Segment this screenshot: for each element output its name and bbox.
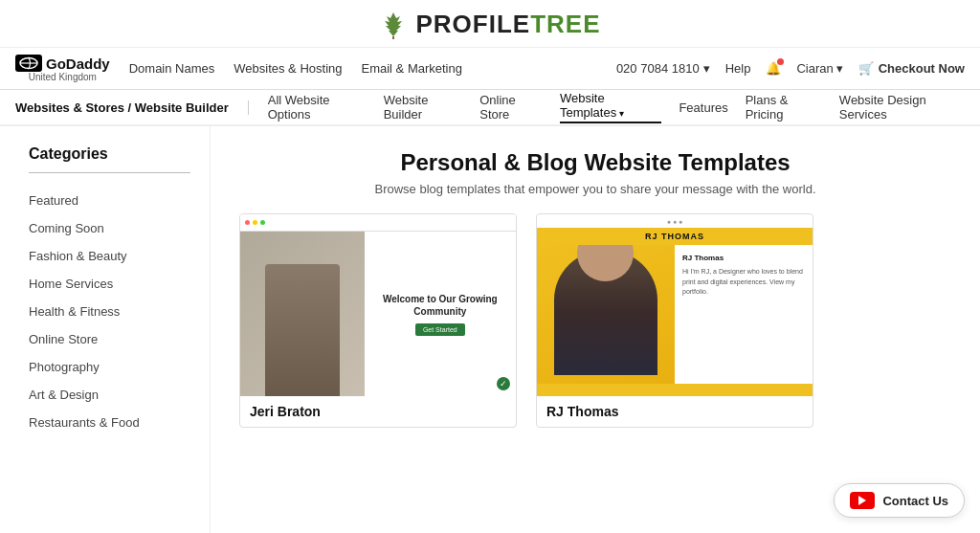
notifications-icon[interactable]: 🔔: [766, 61, 781, 76]
window-dot-red: [245, 220, 250, 225]
sidebar-item-online-store[interactable]: Online Store: [29, 325, 190, 353]
card2-bio: RJ Thomas Hi I'm RJ, a Designer who love…: [675, 245, 813, 384]
card2-person-area: RJ Thomas Hi I'm RJ, a Designer who love…: [537, 245, 813, 384]
main-layout: Categories Featured Coming Soon Fashion …: [0, 126, 980, 533]
cart-icon: 🛒: [858, 61, 874, 76]
sidebar-divider: [29, 172, 190, 173]
nav-websites-hosting[interactable]: Websites & Hosting: [234, 61, 342, 76]
subnav-website-design[interactable]: Website Design Services: [839, 93, 965, 122]
template-name-rj: RJ Thomas: [537, 396, 813, 427]
notification-dot: [777, 58, 784, 65]
user-menu[interactable]: Ciaran ▾: [796, 61, 842, 76]
rj-head: [577, 245, 634, 281]
category-list: Featured Coming Soon Fashion & Beauty Ho…: [29, 187, 190, 436]
main-content: Personal & Blog Website Templates Browse…: [211, 126, 980, 533]
chevron-down-icon: ▾: [703, 61, 710, 76]
subnav-website-builder[interactable]: Website Builder: [384, 93, 463, 122]
sidebar-item-fashion-beauty[interactable]: Fashion & Beauty: [29, 242, 190, 270]
checkout-button[interactable]: 🛒 Checkout Now: [858, 61, 965, 76]
card1-photo-area: [240, 232, 365, 396]
user-chevron-icon: ▾: [836, 61, 843, 76]
site-logo: PROFILETREE: [415, 10, 600, 39]
nav-links: Domain Names Websites & Hosting Email & …: [129, 61, 616, 76]
card1-text-area: Welcome to Our Growing Community Get Sta…: [365, 232, 516, 396]
sidebar-item-health-fitness[interactable]: Health & Fitness: [29, 298, 190, 325]
sidebar-item-art-design[interactable]: Art & Design: [29, 381, 190, 409]
subnav-features[interactable]: Features: [679, 100, 727, 115]
godaddy-logo[interactable]: GoDaddy United Kingdom: [15, 55, 110, 82]
help-link[interactable]: Help: [725, 61, 751, 76]
sub-nav: Websites & Stores / Website Builder All …: [0, 90, 980, 126]
phone-number[interactable]: 020 7084 1810 ▾: [616, 61, 710, 76]
contact-us-label: Contact Us: [882, 494, 948, 508]
templates-grid: Welcome to Our Growing Community Get Sta…: [239, 213, 951, 428]
content-header: Personal & Blog Website Templates Browse…: [239, 149, 951, 196]
sub-nav-links: All Website Options Website Builder Onli…: [268, 91, 965, 123]
page-subtitle: Browse blog templates that empower you t…: [239, 182, 951, 196]
subnav-online-store[interactable]: Online Store: [479, 93, 543, 122]
card1-welcome-text: Welcome to Our Growing Community: [374, 293, 506, 318]
youtube-icon: [850, 492, 875, 509]
rj-silhouette: [554, 250, 657, 375]
card1-cta-button: Get Started: [415, 323, 465, 336]
nav-email-marketing[interactable]: Email & Marketing: [361, 61, 461, 76]
sidebar-item-featured[interactable]: Featured: [29, 187, 190, 214]
card2-browser-bar: ● ● ●: [537, 214, 813, 228]
contact-us-button[interactable]: Contact Us: [834, 483, 965, 518]
subnav-website-templates[interactable]: Website Templates: [560, 91, 661, 123]
godaddy-region: United Kingdom: [29, 72, 97, 82]
card2-name-text: RJ Thomas: [645, 232, 704, 241]
window-dot-yellow: [253, 220, 257, 225]
godaddy-icon: [15, 55, 42, 72]
subnav-all-options[interactable]: All Website Options: [268, 93, 367, 122]
sidebar-item-coming-soon[interactable]: Coming Soon: [29, 214, 190, 242]
play-icon: [858, 496, 866, 505]
godaddy-nav: GoDaddy United Kingdom Domain Names Webs…: [0, 48, 980, 90]
sidebar-item-restaurants-food[interactable]: Restaurants & Food: [29, 409, 190, 436]
sidebar: Categories Featured Coming Soon Fashion …: [0, 126, 211, 533]
card1-indicator: ✓: [497, 377, 510, 390]
window-dot-green: [260, 220, 265, 225]
tree-icon: [379, 11, 408, 39]
card2-person-name: RJ Thomas: [682, 253, 805, 264]
nav-right: 020 7084 1810 ▾ Help 🔔 Ciaran ▾ 🛒 Checko…: [616, 61, 965, 76]
godaddy-brand: GoDaddy: [46, 56, 110, 72]
sidebar-item-photography[interactable]: Photography: [29, 353, 190, 381]
template-card-rj-thomas[interactable]: ● ● ● RJ Thomas RJ T: [536, 213, 813, 428]
template-preview-rj: ● ● ● RJ Thomas RJ T: [537, 214, 813, 396]
card1-mockup: Welcome to Our Growing Community Get Sta…: [240, 214, 516, 396]
template-card-jeri-braton[interactable]: Welcome to Our Growing Community Get Sta…: [239, 213, 517, 428]
logo-bar: PROFILETREE: [0, 0, 980, 48]
subnav-plans-pricing[interactable]: Plans & Pricing: [746, 93, 822, 122]
categories-heading: Categories: [29, 145, 190, 163]
card2-name-bar: RJ Thomas: [537, 228, 813, 245]
template-name-jeri: Jeri Braton: [240, 396, 516, 427]
page-title: Personal & Blog Website Templates: [239, 149, 951, 176]
card1-person-silhouette: [265, 264, 340, 396]
nav-domain-names[interactable]: Domain Names: [129, 61, 215, 76]
card2-photo: [537, 245, 675, 384]
sidebar-item-home-services[interactable]: Home Services: [29, 270, 190, 298]
template-preview-jeri: Welcome to Our Growing Community Get Sta…: [240, 214, 516, 396]
card2-bio-text: Hi I'm RJ, a Designer who loves to blend…: [682, 267, 805, 298]
breadcrumb: Websites & Stores / Website Builder: [15, 100, 249, 115]
